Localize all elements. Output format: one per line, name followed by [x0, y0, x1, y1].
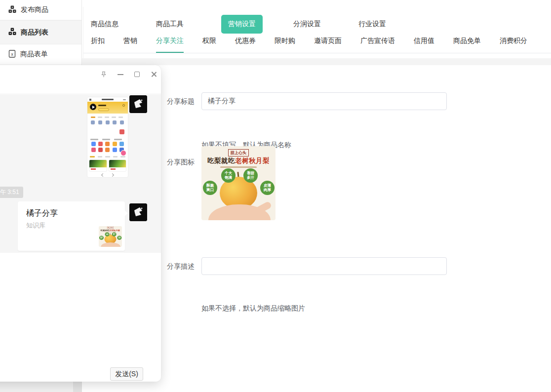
phone-card-services: [88, 115, 127, 126]
phone-avatar: [90, 104, 96, 110]
share-link-card[interactable]: 橘子分享 知识库 甜上心头 吃梨就吃老树秋月梨 个大饱满 香甜多汁 酥脆爽口 皮…: [18, 201, 125, 251]
share-title-input[interactable]: [201, 92, 447, 110]
subtab-permissions[interactable]: 权限: [202, 37, 216, 53]
cubes-icon: [8, 28, 16, 37]
phone-screenshot-message[interactable]: [87, 97, 128, 178]
send-button[interactable]: 发送(S): [110, 367, 143, 381]
share-desc-input[interactable]: [201, 257, 447, 275]
subtab-invite-page[interactable]: 邀请页面: [314, 37, 342, 53]
pear-subtitle-bar: [220, 166, 257, 168]
phone-card-icon-grid: [88, 137, 127, 154]
share-icon-image[interactable]: 甜上心头 吃梨就吃老树秋月梨 个大饱满 香甜多汁 酥脆爽口 皮薄肉厚: [201, 146, 276, 220]
user-avatar[interactable]: [129, 203, 147, 221]
minimize-icon[interactable]: [115, 69, 125, 79]
share-card-thumbnail: 甜上心头 吃梨就吃老树秋月梨 个大饱满 香甜多汁 酥脆爽口 皮薄肉厚: [99, 226, 122, 247]
share-desc-label: 分享描述: [167, 257, 195, 275]
sidebar-item-label: 商品列表: [21, 28, 48, 37]
subtab-flash-sale[interactable]: 限时购: [275, 37, 295, 53]
subtab-consume-points[interactable]: 消费积分: [500, 37, 527, 53]
phone-product-banners: [87, 158, 128, 173]
tabs-panel: 商品信息 商品工具 营销设置 分润设置 行业设置 折扣 营销 分享关注 权限 优…: [83, 7, 551, 58]
tab-product-info[interactable]: 商品信息: [91, 20, 118, 29]
sidebar-item-product-form[interactable]: x 商品表单: [0, 44, 81, 65]
phone-card-stats: [88, 127, 127, 136]
subtab-marketing[interactable]: 营销: [123, 37, 137, 53]
phone-home-indicator: [100, 178, 115, 178]
subtab-coupons[interactable]: 优惠券: [235, 37, 256, 53]
pear-badge: 香甜多汁: [243, 168, 258, 183]
pear-ribbon-text: 甜上心头: [228, 149, 249, 157]
form-doc-icon: x: [8, 50, 16, 59]
cubes-icon: [8, 5, 16, 15]
tab-marketing-settings[interactable]: 营销设置: [221, 15, 263, 34]
divider-strip: [82, 58, 551, 65]
subtab-discount[interactable]: 折扣: [91, 37, 105, 53]
window-titlebar[interactable]: [0, 65, 161, 94]
chevron-left-icon: [101, 173, 105, 176]
close-icon[interactable]: [149, 69, 159, 79]
share-icon-label: 分享图标: [167, 153, 195, 171]
share-settings-form: 分享标题 如果不填写，默认为商品名称 分享图标 甜上心头 吃梨就吃老树秋月梨 个…: [167, 65, 551, 392]
pear-title: 吃梨就吃老树秋月梨: [201, 157, 276, 165]
chat-timestamp: 下午 3:51: [0, 187, 23, 198]
subtab-credit-value[interactable]: 信用值: [414, 37, 434, 53]
phone-profile-header: [87, 102, 128, 114]
maximize-icon[interactable]: [132, 69, 142, 79]
tab-product-tools[interactable]: 商品工具: [156, 20, 184, 29]
pin-icon[interactable]: [98, 69, 109, 79]
subtab-ad-slogan[interactable]: 广告宣传语: [360, 37, 395, 53]
share-title-label: 分享标题: [167, 92, 195, 110]
subtab-share-follow[interactable]: 分享关注: [156, 37, 184, 53]
chat-input-area[interactable]: [0, 253, 161, 382]
svg-text:x: x: [11, 52, 13, 56]
chevron-right-icon: [111, 173, 114, 176]
tab-profit-settings[interactable]: 分润设置: [293, 20, 321, 29]
sidebar-item-label: 商品表单: [20, 50, 48, 59]
phone-titlebar: [87, 97, 128, 102]
primary-tabs: 商品信息 商品工具 营销设置 分润设置 行业设置: [83, 7, 551, 34]
share-icon-hint: 如果不选择，默认为商品缩略图片: [201, 304, 305, 313]
secondary-tabs: 折扣 营销 分享关注 权限 优惠券 限时购 邀请页面 广告宣传语 信用值 商品免…: [83, 37, 551, 53]
pear-badge: 皮薄肉厚: [260, 181, 275, 195]
pear-badge: 个大饱满: [221, 168, 236, 183]
share-card-title: 橘子分享: [26, 208, 58, 219]
subtab-free-order[interactable]: 商品免单: [453, 37, 481, 53]
wechat-share-window: 下午 3:51 橘子分享 知识库 甜上心头 吃梨就吃老树秋月梨 个大饱满 香甜多…: [0, 65, 161, 382]
background-patch: [73, 382, 82, 392]
sidebar-item-label: 发布商品: [21, 5, 48, 14]
pear-badge: 酥脆爽口: [203, 181, 217, 195]
sidebar-item-publish-product[interactable]: 发布商品: [0, 0, 81, 20]
tab-industry-settings[interactable]: 行业设置: [358, 20, 386, 29]
page: 发布商品 商品列表 x 商品表单 商品信息 商品工具 营销设置 分润设置 行业设…: [0, 0, 551, 392]
phone-pager: [87, 173, 128, 176]
background-patch: [0, 382, 73, 392]
share-card-subtitle: 知识库: [26, 221, 45, 230]
sidebar-item-product-list[interactable]: 商品列表: [0, 20, 81, 44]
bubble-tail: [124, 210, 128, 216]
phone-floating-button: [120, 150, 126, 156]
user-avatar[interactable]: [129, 95, 147, 113]
